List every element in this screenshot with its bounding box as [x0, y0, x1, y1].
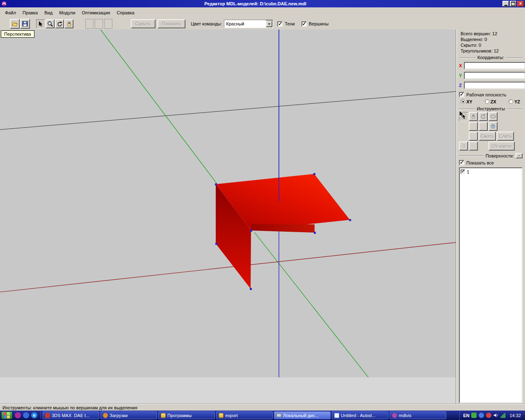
show-all-checkbox[interactable] — [459, 160, 464, 165]
start-button[interactable] — [1, 411, 12, 419]
shadows-checkbox[interactable] — [277, 21, 283, 27]
open-file-button[interactable] — [10, 19, 20, 29]
vertex-marker[interactable] — [314, 232, 316, 234]
z-coordinate-input[interactable] — [464, 82, 525, 89]
radio-zx-dot[interactable] — [485, 99, 489, 104]
hide-button[interactable]: Скрыть — [131, 19, 155, 28]
blue-app-icon[interactable] — [23, 412, 29, 418]
view-mode-label[interactable]: Перспектива — [1, 30, 34, 38]
menu-item-modules[interactable]: Модули — [56, 9, 78, 16]
merge-button[interactable]: Слить — [497, 132, 514, 141]
signal-icon[interactable] — [501, 413, 505, 418]
vertex-marker[interactable] — [313, 173, 315, 175]
zoom-tool-button[interactable] — [46, 19, 55, 28]
y-coordinate-input[interactable] — [464, 72, 525, 79]
menu-item-help[interactable]: Справка — [114, 9, 138, 16]
system-tray: EN 14:32 — [459, 411, 524, 420]
status-text: Инструменты: кликните мышью по вершинам … — [2, 405, 137, 410]
tool-button-empty[interactable] — [469, 142, 478, 151]
taskbar-divider — [41, 412, 41, 419]
radio-xy-dot[interactable] — [461, 99, 465, 104]
close-button[interactable] — [517, 1, 524, 7]
workplane-label: Рабочая плоскость — [466, 92, 507, 97]
vertices-toggle[interactable]: Вершины — [301, 21, 329, 27]
select-tool-button[interactable] — [36, 19, 45, 28]
radio-yz-dot[interactable] — [509, 99, 513, 104]
compress-button[interactable]: Сжать — [479, 132, 496, 141]
pan-tool-button[interactable] — [64, 19, 73, 28]
drive-icon — [276, 413, 281, 417]
pan-view-tool-button[interactable] — [469, 112, 478, 121]
vertex-marker[interactable] — [215, 243, 217, 245]
show-button[interactable]: Показать — [158, 19, 186, 28]
magnifier-icon — [47, 21, 53, 27]
ellipse-tool-button[interactable] — [488, 112, 498, 121]
list-item[interactable]: 1 — [461, 169, 521, 175]
shield-icon[interactable] — [471, 413, 477, 418]
cursor-arrow-icon — [38, 21, 43, 27]
language-indicator[interactable]: EN — [463, 413, 469, 418]
shadows-toggle[interactable]: Тени — [277, 21, 294, 27]
save-button[interactable] — [20, 19, 30, 29]
task-button-3dsmax[interactable]: 3DS MAX .DAE t... — [43, 411, 99, 419]
title-bar[interactable]: Редактор MDL-моделей: D:\cube.DAE.new.md… — [0, 0, 525, 7]
start-grid-icon — [4, 415, 7, 418]
task-button-export[interactable]: export — [216, 411, 273, 419]
uv-maps-button[interactable]: UV-карты — [488, 142, 515, 151]
network-icon[interactable] — [479, 413, 484, 418]
ie-icon[interactable]: e — [31, 412, 37, 418]
vertex-marker[interactable] — [250, 288, 252, 290]
surfaces-list[interactable]: 1 — [459, 167, 523, 403]
vertex-marker[interactable] — [349, 219, 351, 221]
radio-zx[interactable]: ZX — [485, 99, 496, 104]
chevron-down-icon[interactable]: ▼ — [266, 21, 272, 27]
task-button-autodesk[interactable]: Untitled - Autod... — [332, 411, 388, 419]
show-all-toggle[interactable]: Показать все — [459, 159, 523, 166]
tool-button-empty[interactable] — [469, 132, 478, 141]
minus-one-button[interactable]: -1 — [459, 142, 468, 151]
alert-icon[interactable] — [486, 413, 491, 418]
surfaces-collapse-button[interactable]: - — [516, 153, 523, 158]
z-axis-label: Z — [459, 83, 462, 88]
radio-xy[interactable]: XY — [461, 99, 472, 104]
prism-tool-button[interactable] — [488, 122, 498, 131]
rotate-tool-button[interactable] — [55, 19, 64, 28]
z-coordinate-row: Z — [459, 80, 523, 90]
workplane-checkbox[interactable] — [459, 92, 464, 97]
menu-item-edit[interactable]: Правка — [19, 9, 41, 16]
hand-icon — [470, 114, 476, 119]
tool-button-empty[interactable] — [479, 122, 488, 131]
model-inner-face[interactable] — [251, 224, 315, 233]
vertices-checkbox[interactable] — [301, 21, 307, 27]
save-icon — [22, 21, 28, 27]
y-coordinate-row: Y — [459, 71, 523, 80]
rotate-view-tool-button[interactable] — [479, 112, 488, 121]
tool-button-empty[interactable] — [469, 122, 478, 131]
maximize-button[interactable] — [510, 1, 516, 7]
minimize-button[interactable] — [502, 1, 509, 7]
task-button-programs[interactable]: Программы — [158, 411, 215, 419]
menu-item-file[interactable]: Файл — [2, 9, 19, 16]
task-button-local-disk[interactable]: Локальный дис... — [274, 411, 331, 419]
volume-icon[interactable] — [493, 413, 499, 418]
radio-yz[interactable]: YZ — [509, 99, 520, 104]
vertex-marker[interactable] — [250, 230, 252, 232]
workplane-toggle[interactable]: Рабочая плоскость — [459, 91, 523, 98]
x-coordinate-input[interactable] — [464, 62, 525, 69]
folder-icon — [219, 413, 224, 418]
menu-item-view[interactable]: Вид — [41, 9, 56, 16]
magenta-app-icon[interactable] — [15, 412, 21, 418]
task-button-mdlvis[interactable]: mdlvis — [390, 411, 446, 419]
viewport-3d[interactable]: Перспектива — [0, 30, 456, 404]
open-folder-icon — [11, 21, 18, 27]
total-vertices-stat: Всего вершин: 12 — [459, 31, 523, 37]
surface-1-checkbox[interactable] — [461, 169, 465, 174]
command-color-select[interactable]: Красный ▼ — [224, 20, 273, 28]
task-button-downloads[interactable]: Загрузки — [100, 411, 157, 419]
coordinates-group-label: Координаты: — [459, 55, 523, 60]
tools-group-label: Инструменты — [459, 106, 523, 111]
menu-item-optimization[interactable]: Оптимизация — [79, 9, 114, 16]
prism-icon — [490, 123, 496, 129]
vertex-marker[interactable] — [215, 183, 217, 185]
rotate-icon — [480, 114, 486, 119]
